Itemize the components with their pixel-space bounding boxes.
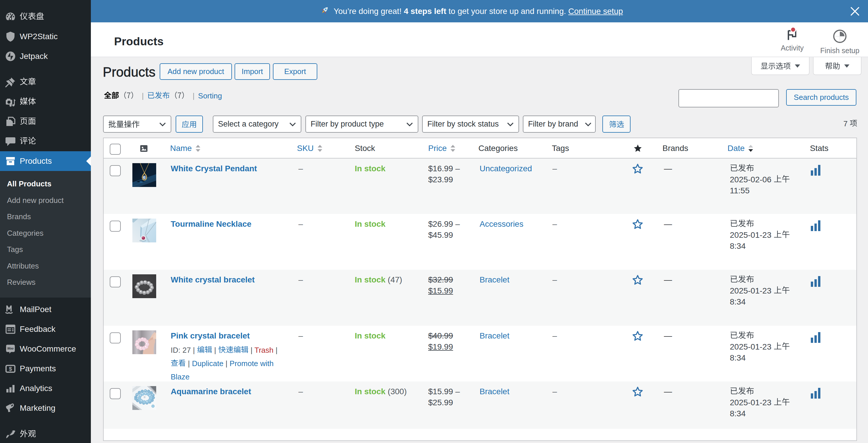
svg-text:$: $ <box>9 366 12 372</box>
svg-text:Woo: Woo <box>7 347 13 350</box>
